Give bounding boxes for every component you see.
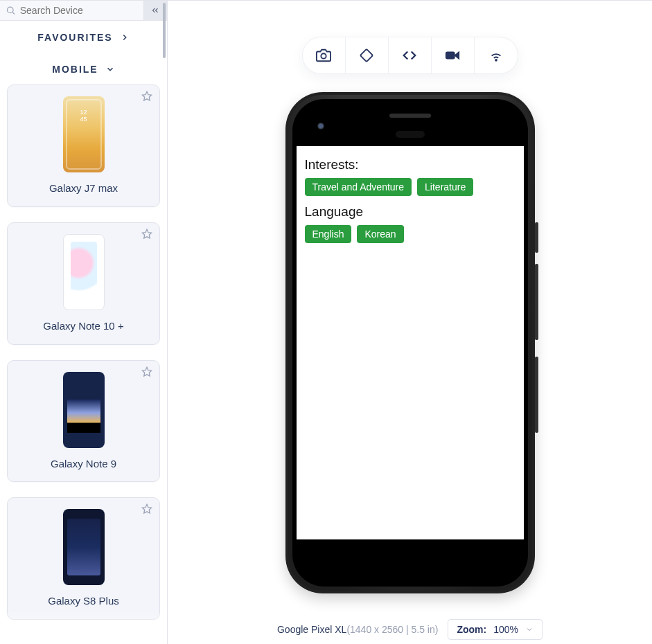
record-button[interactable] — [432, 37, 475, 73]
device-toolbar — [302, 37, 518, 74]
interest-tag[interactable]: Travel and Adventure — [305, 178, 412, 196]
device-name: Galaxy Note 9 — [51, 458, 116, 471]
svg-marker-9 — [455, 52, 459, 58]
video-icon — [445, 48, 460, 63]
svg-marker-5 — [142, 505, 151, 514]
device-card[interactable]: Galaxy Note 9 — [7, 360, 160, 483]
device-name: Galaxy J7 max — [49, 182, 118, 195]
device-name: Galaxy S8 Plus — [48, 595, 119, 608]
favourite-toggle[interactable] — [141, 91, 152, 105]
device-info-bar: Google Pixel XL(1440 x 2560 | 5.5 in) Zo… — [168, 619, 652, 640]
svg-point-0 — [7, 7, 13, 13]
language-label: Language — [305, 204, 516, 220]
main-panel: Interests: Travel and AdventureLiteratur… — [168, 0, 652, 644]
devtools-button[interactable] — [389, 37, 432, 73]
zoom-value: 100% — [493, 624, 518, 635]
wifi-icon — [488, 48, 504, 63]
section-favourites-label: FAVOURITES — [37, 32, 112, 43]
zoom-selector[interactable]: Zoom: 100% — [448, 619, 543, 640]
svg-marker-2 — [142, 91, 151, 100]
interests-label: Interests: — [305, 157, 516, 172]
favourite-toggle[interactable] — [141, 229, 152, 242]
device-sidebar: FAVOURITES MOBILE Galaxy J7 maxGalaxy No… — [0, 0, 168, 644]
zoom-label: Zoom: — [457, 624, 486, 635]
search-wrap[interactable] — [0, 1, 144, 20]
chevron-down-icon — [525, 625, 534, 634]
section-mobile-label: MOBILE — [52, 64, 98, 75]
language-tag[interactable]: Korean — [357, 225, 403, 243]
favourite-toggle[interactable] — [141, 366, 152, 380]
svg-rect-7 — [360, 49, 373, 62]
device-thumbnail — [63, 234, 105, 310]
device-card[interactable]: Galaxy Note 10 + — [7, 222, 160, 345]
svg-point-6 — [321, 53, 326, 58]
code-icon — [402, 48, 417, 63]
device-side-button — [535, 222, 538, 253]
device-dimensions: (1440 x 2560 | 5.5 in) — [346, 624, 438, 635]
svg-line-1 — [12, 12, 15, 15]
device-side-button — [535, 357, 538, 433]
rotate-button[interactable] — [346, 37, 389, 73]
device-card[interactable]: Galaxy J7 max — [7, 84, 160, 207]
camera-icon — [316, 48, 331, 63]
section-mobile[interactable]: MOBILE — [0, 53, 167, 84]
screenshot-button[interactable] — [303, 37, 346, 73]
interest-tag[interactable]: Literature — [417, 178, 473, 196]
chevron-right-icon — [120, 33, 130, 42]
device-model: Google Pixel XL — [277, 624, 346, 635]
search-icon — [6, 5, 16, 16]
rotate-icon — [359, 48, 374, 63]
device-list: Galaxy J7 maxGalaxy Note 10 +Galaxy Note… — [0, 84, 167, 644]
device-thumbnail — [63, 372, 105, 448]
device-side-button — [535, 264, 538, 340]
chevron-down-icon — [105, 64, 115, 74]
search-bar — [0, 0, 167, 21]
language-tag[interactable]: English — [305, 225, 352, 243]
svg-marker-4 — [142, 367, 151, 376]
device-screen[interactable]: Interests: Travel and AdventureLiteratur… — [297, 146, 524, 539]
svg-rect-8 — [446, 52, 455, 58]
device-thumbnail — [63, 509, 105, 585]
search-input[interactable] — [16, 5, 138, 16]
device-thumbnail — [63, 96, 105, 172]
device-frame: Interests: Travel and AdventureLiteratur… — [285, 92, 535, 593]
section-favourites[interactable]: FAVOURITES — [0, 21, 167, 53]
favourite-toggle[interactable] — [141, 503, 152, 517]
device-name: Galaxy Note 10 + — [43, 320, 123, 333]
device-card[interactable]: Galaxy S8 Plus — [7, 497, 160, 620]
chevron-double-left-icon — [150, 6, 160, 15]
network-button[interactable] — [475, 37, 518, 73]
svg-point-10 — [495, 60, 497, 61]
svg-marker-3 — [142, 229, 151, 238]
scrollbar[interactable] — [163, 3, 166, 641]
